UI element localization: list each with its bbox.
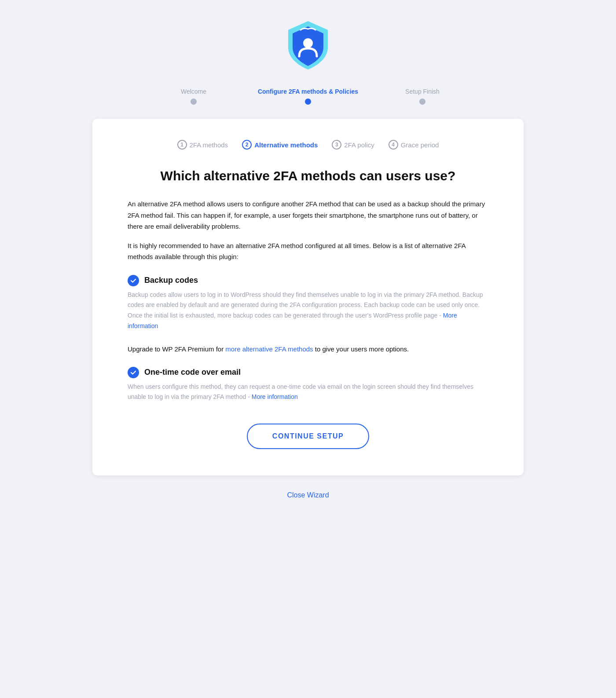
- progress-step-configure: Configure 2FA methods & Policies: [251, 88, 365, 105]
- sub-tab-alternative-methods-num: 2: [242, 140, 252, 150]
- sub-tab-alternative-methods[interactable]: 2 Alternative methods: [242, 140, 318, 150]
- sub-tab-2fa-methods-num: 1: [177, 140, 187, 150]
- backup-codes-desc: Backup codes allow users to log in to Wo…: [128, 290, 488, 332]
- backup-codes-label: Backup codes: [144, 276, 198, 285]
- sub-tabs: 1 2FA methods 2 Alternative methods 3 2F…: [128, 140, 488, 150]
- progress-step-welcome-label: Welcome: [181, 88, 206, 95]
- logo-area: [284, 18, 332, 72]
- sub-tab-2fa-policy-num: 3: [332, 140, 341, 150]
- progress-step-welcome: Welcome: [136, 88, 251, 105]
- one-time-email-header: One-time code over email: [128, 367, 488, 378]
- progress-step-finish: Setup Finish: [365, 88, 480, 105]
- svg-point-0: [303, 38, 313, 48]
- body-paragraph-1: An alternative 2FA method allows users t…: [128, 198, 488, 232]
- backup-codes-header: Backup codes: [128, 275, 488, 286]
- progress-step-configure-label: Configure 2FA methods & Policies: [258, 88, 358, 95]
- main-card: 1 2FA methods 2 Alternative methods 3 2F…: [92, 119, 524, 475]
- checkmark-icon: [130, 278, 136, 284]
- progress-dot-finish: [419, 99, 425, 105]
- one-time-email-label: One-time code over email: [144, 368, 241, 377]
- progress-dot-configure: [305, 99, 311, 105]
- backup-codes-check-icon: [128, 275, 139, 286]
- body-paragraph-2: It is highly recommended to have an alte…: [128, 240, 488, 263]
- sub-tab-alternative-methods-label: Alternative methods: [254, 141, 318, 149]
- shield-logo-icon: [284, 18, 332, 70]
- sub-tab-2fa-methods[interactable]: 1 2FA methods: [177, 140, 228, 150]
- upgrade-link[interactable]: more alternative 2FA methods: [225, 345, 313, 353]
- one-time-email-desc: When users configure this method, they c…: [128, 382, 488, 403]
- sub-tab-grace-period-num: 4: [389, 140, 398, 150]
- sub-tab-grace-period[interactable]: 4 Grace period: [389, 140, 439, 150]
- progress-dot-welcome: [191, 99, 197, 105]
- sub-tab-2fa-policy[interactable]: 3 2FA policy: [332, 140, 374, 150]
- sub-tab-grace-period-label: Grace period: [401, 141, 439, 149]
- checkmark-icon-2: [130, 369, 136, 376]
- one-time-email-check-icon: [128, 367, 139, 378]
- progress-step-finish-label: Setup Finish: [405, 88, 440, 95]
- card-title: Which alternative 2FA methods can users …: [128, 167, 488, 184]
- upgrade-notice: Upgrade to WP 2FA Premium for more alter…: [128, 344, 488, 354]
- sub-tab-2fa-methods-label: 2FA methods: [190, 141, 228, 149]
- one-time-email-more-link[interactable]: More information: [252, 393, 298, 400]
- sub-tab-2fa-policy-label: 2FA policy: [344, 141, 374, 149]
- continue-setup-button[interactable]: CONTINUE SETUP: [247, 424, 369, 449]
- progress-bar: Welcome Configure 2FA methods & Policies…: [136, 88, 480, 105]
- close-wizard-link[interactable]: Close Wizard: [287, 491, 329, 499]
